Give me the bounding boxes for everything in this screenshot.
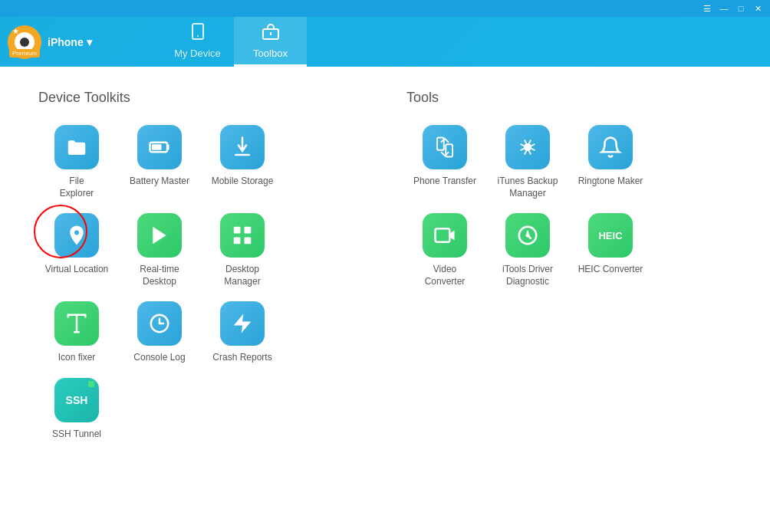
crash-reports-label: Crash Reports	[212, 352, 271, 364]
file-explorer-label: FileExplorer	[60, 176, 94, 199]
svg-rect-7	[234, 227, 241, 234]
svg-rect-18	[436, 228, 450, 242]
tool-mobile-storage[interactable]: Mobile Storage	[204, 121, 281, 203]
tools-title: Tools	[406, 90, 729, 106]
premium-badge: Premium	[9, 49, 40, 57]
ssh-tunnel-label: SSH Tunnel	[52, 429, 101, 441]
header: Premium iPhone ▾ My Device Toolbox	[0, 17, 770, 67]
tab-toolbox-label: Toolbox	[253, 48, 288, 59]
ringtone-maker-label: Ringtone Maker	[578, 176, 643, 188]
console-log-label: Console Log	[133, 352, 185, 364]
device-toolkits-section: Device Toolkits FileExplorer Battery Mas…	[38, 90, 360, 445]
battery-master-label: Battery Master	[130, 176, 189, 188]
svg-rect-5	[152, 144, 162, 150]
tool-crash-reports[interactable]: Crash Reports	[204, 297, 281, 368]
tab-toolbox[interactable]: Toolbox	[234, 17, 307, 67]
console-log-icon	[137, 301, 182, 346]
nav-tabs: My Device Toolbox	[161, 17, 307, 67]
device-name-text: iPhone	[48, 36, 84, 48]
tool-itools-driver[interactable]: iTools DriverDiagnostic	[489, 209, 566, 291]
phone-transfer-icon	[423, 125, 467, 169]
svg-rect-9	[234, 238, 241, 245]
svg-rect-8	[245, 227, 252, 234]
tab-my-device-label: My Device	[174, 48, 221, 59]
minimize-button[interactable]: —	[718, 2, 730, 15]
ssh-tunnel-icon: SSH	[54, 378, 99, 422]
desktop-manager-icon	[220, 213, 265, 258]
video-converter-icon	[423, 213, 467, 258]
heic-converter-icon: HEIC	[588, 213, 633, 258]
itools-driver-label: iTools DriverDiagnostic	[502, 264, 553, 287]
tool-video-converter[interactable]: VideoConverter	[406, 209, 483, 291]
tools-section: Tools Phone Transfer iTunes BackupManage…	[406, 90, 729, 445]
close-button[interactable]: ✕	[752, 2, 764, 15]
realtime-desktop-icon	[137, 213, 182, 258]
app-logo: Premium	[8, 25, 41, 59]
menu-icon[interactable]: ☰	[701, 2, 713, 15]
itunes-backup-icon	[505, 125, 550, 169]
svg-rect-16	[446, 144, 452, 156]
title-bar: ☰ — □ ✕	[0, 0, 770, 17]
virtual-location-label: Virtual Location	[45, 264, 109, 276]
device-name-label[interactable]: iPhone ▾	[48, 36, 92, 48]
tool-battery-master[interactable]: Battery Master	[121, 121, 198, 203]
battery-master-icon	[137, 125, 182, 169]
crash-reports-icon	[220, 301, 265, 346]
maximize-button[interactable]: □	[735, 2, 747, 15]
device-toolkits-title: Device Toolkits	[38, 90, 360, 106]
tab-my-device[interactable]: My Device	[161, 17, 234, 67]
tool-heic-converter[interactable]: HEIC HEIC Converter	[572, 209, 649, 291]
toolbox-icon	[262, 22, 280, 44]
tool-console-log[interactable]: Console Log	[121, 297, 198, 368]
icon-fixer-label: Icon fixer	[58, 352, 96, 364]
device-toolkits-grid: FileExplorer Battery Master Mobile Stora…	[38, 121, 360, 445]
window-controls: ☰ — □ ✕	[701, 2, 764, 15]
my-device-icon	[189, 22, 207, 44]
ringtone-maker-icon	[588, 125, 633, 169]
tool-ringtone-maker[interactable]: Ringtone Maker	[572, 121, 649, 203]
svg-point-17	[524, 143, 531, 151]
svg-point-21	[526, 234, 530, 238]
svg-marker-6	[153, 227, 166, 245]
mobile-storage-label: Mobile Storage	[212, 176, 274, 188]
video-converter-label: VideoConverter	[425, 264, 466, 287]
tool-phone-transfer[interactable]: Phone Transfer	[406, 121, 483, 203]
file-explorer-icon	[54, 125, 99, 169]
tool-itunes-backup[interactable]: iTunes BackupManager	[489, 121, 566, 203]
svg-rect-15	[437, 138, 444, 150]
desktop-manager-label: DesktopManager	[224, 264, 260, 287]
tool-file-explorer[interactable]: FileExplorer	[38, 121, 115, 203]
main-content: Device Toolkits FileExplorer Battery Mas…	[0, 67, 770, 532]
tools-grid: Phone Transfer iTunes BackupManager Ring…	[406, 121, 729, 291]
phone-transfer-label: Phone Transfer	[413, 176, 476, 188]
tool-desktop-manager[interactable]: DesktopManager	[204, 209, 281, 291]
svg-rect-10	[245, 238, 252, 245]
realtime-desktop-label: Real-timeDesktop	[140, 264, 179, 287]
logo-wrapper: Premium	[8, 25, 41, 59]
tool-icon-fixer[interactable]: Icon fixer	[38, 297, 115, 368]
tool-ssh-tunnel[interactable]: SSH SSH Tunnel	[38, 374, 115, 445]
logo-section: Premium iPhone ▾	[0, 17, 161, 67]
mobile-storage-icon	[220, 125, 265, 169]
icon-fixer-icon	[54, 301, 99, 346]
tools-layout: Device Toolkits FileExplorer Battery Mas…	[38, 90, 732, 445]
virtual-location-icon	[54, 213, 99, 258]
itunes-backup-label: iTunes BackupManager	[498, 176, 558, 199]
dropdown-chevron-icon[interactable]: ▾	[87, 36, 92, 48]
tool-virtual-location[interactable]: Virtual Location	[38, 209, 115, 291]
itools-driver-icon	[505, 213, 550, 258]
tool-realtime-desktop[interactable]: Real-timeDesktop	[121, 209, 198, 291]
heic-converter-label: HEIC Converter	[578, 264, 643, 276]
